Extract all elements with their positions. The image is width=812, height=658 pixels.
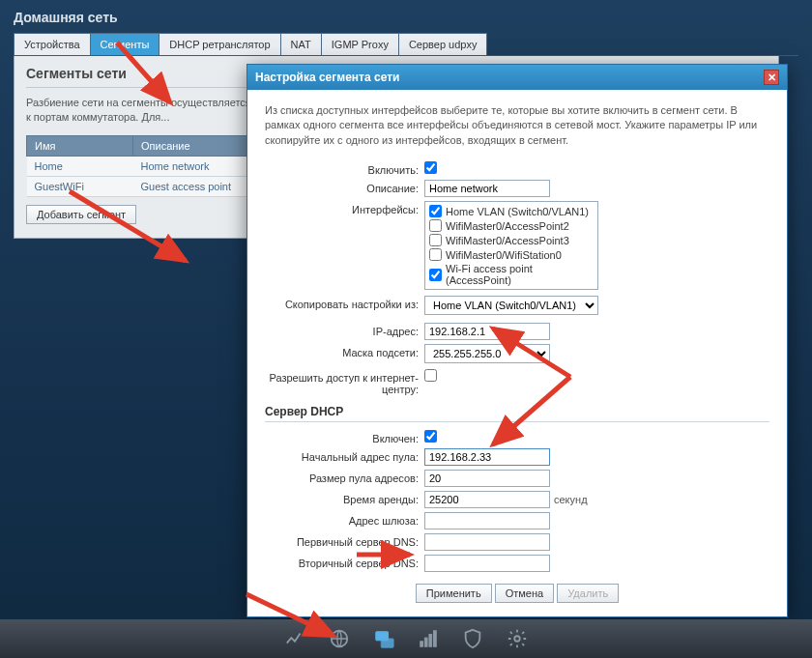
modal-title: Настройка сегмента сети [255,71,399,84]
signal-icon[interactable] [417,627,440,650]
label-dns1: Первичный сервер DNS: [265,533,424,548]
label-pool-size: Размер пула адресов: [265,470,424,484]
iface-checkbox[interactable] [429,219,442,232]
add-segment-button[interactable]: Добавить сегмент [26,205,136,224]
tabs: Устройства Сегменты DHCP ретранслятор NA… [14,33,798,56]
col-name: Имя [27,135,133,156]
gear-icon[interactable] [506,627,529,650]
dhcp-section-heading: Сервер DHCP [265,405,769,422]
list-item[interactable]: Home VLAN (Switch0/VLAN1) [427,204,595,218]
delete-button: Удалить [557,584,619,603]
description-input[interactable] [424,180,550,197]
iface-checkbox[interactable] [429,234,442,246]
modal-header: Настройка сегмента сети ✕ [247,65,787,90]
tab-devices[interactable]: Устройства [14,33,91,55]
network-icon[interactable] [372,627,395,650]
shield-icon[interactable] [461,627,484,650]
tab-segments[interactable]: Сегменты [90,33,160,55]
close-icon[interactable]: ✕ [764,70,779,85]
svg-rect-6 [434,631,437,647]
label-lease: Время аренды: [265,491,424,505]
label-mask: Маска подсети: [265,344,424,358]
label-description: Описание: [265,180,424,194]
iface-checkbox[interactable] [429,205,442,217]
allow-admin-checkbox[interactable] [424,369,437,382]
page-title: Домашняя сеть [0,0,812,33]
svg-point-7 [514,636,520,642]
tab-dhcp-relay[interactable]: DHCP ретранслятор [159,33,280,55]
tab-udpxy[interactable]: Сервер udpxy [398,33,488,55]
label-ip: IP-адрес: [265,323,424,337]
list-item[interactable]: WifiMaster0/AccessPoint2 [427,218,595,233]
dhcp-on-checkbox[interactable] [424,430,437,443]
dns2-input[interactable] [424,555,550,572]
label-interfaces: Интерфейсы: [265,201,424,215]
label-allow-admin: Разрешить доступ к интернет-центру: [265,369,424,395]
chart-icon[interactable] [283,627,306,650]
list-item[interactable]: WifiMaster0/WifiStation0 [427,247,595,262]
gateway-input[interactable] [424,512,550,529]
label-dns2: Вторичный сервер DNS: [265,555,424,569]
label-dhcp-on: Включен: [265,430,424,444]
cancel-button[interactable]: Отмена [495,584,554,603]
apply-button[interactable]: Применить [416,584,492,603]
label-enable: Включить: [265,161,424,176]
copyfrom-select[interactable]: Home VLAN (Switch0/VLAN1) [424,296,598,315]
segment-settings-modal: Настройка сегмента сети ✕ Из списка дост… [246,64,788,617]
svg-rect-2 [381,639,393,647]
lease-unit: секунд [554,494,588,505]
label-copyfrom: Скопировать настройки из: [265,296,424,310]
interfaces-list: Home VLAN (Switch0/VLAN1) WifiMaster0/Ac… [424,201,598,290]
list-item[interactable]: Wi-Fi access point (AccessPoint) [427,262,595,287]
lease-input[interactable] [424,491,550,508]
svg-rect-4 [424,638,427,646]
pool-size-input[interactable] [424,470,550,487]
dock [0,619,812,658]
pool-start-input[interactable] [424,448,550,466]
mask-select[interactable]: 255.255.255.0 [424,344,550,363]
svg-rect-5 [429,634,432,646]
tab-nat[interactable]: NAT [280,33,322,55]
dns1-input[interactable] [424,533,550,551]
label-gateway: Адрес шлюза: [265,512,424,527]
modal-footer: Применить Отмена Удалить [265,576,769,605]
enable-checkbox[interactable] [424,161,437,174]
globe-icon[interactable] [328,627,351,650]
modal-intro: Из списка доступных интерфейсов выберите… [265,103,769,148]
iface-checkbox[interactable] [429,269,442,281]
svg-rect-3 [420,642,423,647]
ip-input[interactable] [424,323,550,340]
iface-checkbox[interactable] [429,248,442,261]
list-item[interactable]: WifiMaster0/AccessPoint3 [427,233,595,247]
tab-igmp[interactable]: IGMP Proxy [321,33,399,55]
label-pool-start: Начальный адрес пула: [265,448,424,463]
